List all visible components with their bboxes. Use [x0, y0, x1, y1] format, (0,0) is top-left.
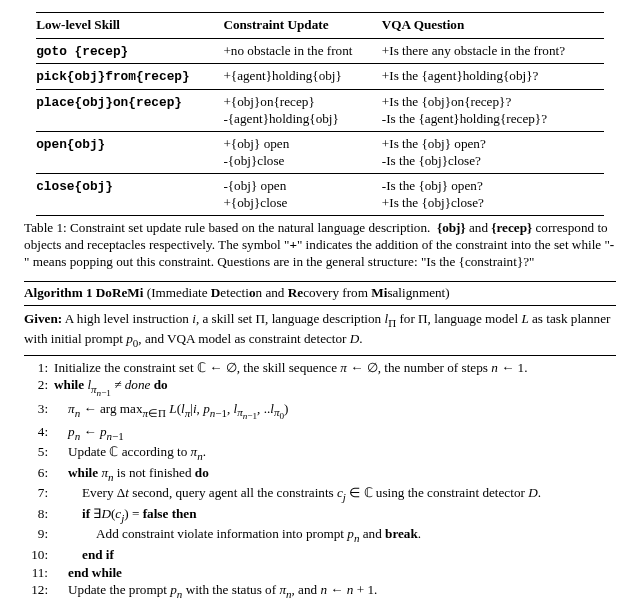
- skill-code: place{obj}on{recep}: [36, 95, 182, 110]
- algo-line: 1: Initialize the constraint set ℂ ← ∅, …: [24, 359, 616, 377]
- algorithm-given: Given: A high level instruction i, a ski…: [24, 306, 616, 356]
- given-text: A high level instruction i, a skill set …: [24, 311, 610, 346]
- caption-label: Table 1:: [24, 220, 67, 235]
- algo-line: 3: πn ← arg maxπ∈Π L(lπ|i, pn−1, lπn−1, …: [24, 400, 616, 423]
- algorithm-title: Algorithm 1 DoReMi (Immediate Detection …: [24, 281, 616, 306]
- question-cell: +Is there any obstacle in the front?: [382, 39, 604, 64]
- table-row: goto {recep} +no obstacle in the front +…: [36, 39, 604, 64]
- algo-name: DoReMi: [96, 285, 144, 300]
- update-cell: +{agent}holding{obj}: [223, 64, 381, 89]
- question-cell: +Is the {obj}on{recep}? -Is the {agent}h…: [382, 90, 604, 132]
- update-cell: +{obj} open -{obj}close: [223, 132, 381, 174]
- lineno: 3:: [24, 400, 54, 423]
- code: while lπn−1 ≠ done do: [54, 376, 168, 399]
- code: end while: [54, 564, 122, 582]
- algo-line: 11: end while: [24, 564, 616, 582]
- skill-code: close{obj}: [36, 179, 113, 194]
- code: Update the prompt pn with the status of …: [54, 581, 377, 598]
- algo-line: 5: Update ℂ according to πn.: [24, 443, 616, 463]
- algorithm-box: Algorithm 1 DoReMi (Immediate Detection …: [24, 281, 616, 598]
- caption-text: Constraint set update rule based on the …: [24, 220, 614, 269]
- algo-line: 12: Update the prompt pn with the status…: [24, 581, 616, 598]
- code: Add constraint violate information into …: [54, 525, 421, 545]
- lineno: 9:: [24, 525, 54, 545]
- update-cell: +{obj}on{recep} -{agent}holding{obj}: [223, 90, 381, 132]
- lineno: 7:: [24, 484, 54, 504]
- col-question: VQA Question: [382, 13, 604, 38]
- code: Initialize the constraint set ℂ ← ∅, the…: [54, 359, 527, 377]
- lineno: 5:: [24, 443, 54, 463]
- algo-paren: (Immediate Detection and Recovery from M…: [147, 285, 450, 300]
- lineno: 2:: [24, 376, 54, 399]
- update-cell: +no obstacle in the front: [223, 39, 381, 64]
- update-cell: -{obj} open +{obj}close: [223, 174, 381, 216]
- lineno: 6:: [24, 464, 54, 484]
- table-header-row: Low-level Skill Constraint Update VQA Qu…: [36, 13, 604, 38]
- algo-line: 7: Every Δt second, query agent all the …: [24, 484, 616, 504]
- col-skill: Low-level Skill: [36, 13, 223, 38]
- table-caption: Table 1: Constraint set update rule base…: [24, 220, 616, 271]
- lineno: 8:: [24, 505, 54, 525]
- constraint-table: Low-level Skill Constraint Update VQA Qu…: [36, 12, 604, 216]
- lineno: 11:: [24, 564, 54, 582]
- algo-line: 2: while lπn−1 ≠ done do: [24, 376, 616, 399]
- table-row: close{obj} -{obj} open +{obj}close -Is t…: [36, 174, 604, 216]
- code: πn ← arg maxπ∈Π L(lπ|i, pn−1, lπn−1, ..l…: [54, 400, 288, 423]
- table-row: pick{obj}from{recep} +{agent}holding{obj…: [36, 64, 604, 89]
- skill-code: open{obj}: [36, 137, 105, 152]
- code: Update ℂ according to πn.: [54, 443, 206, 463]
- skill-code: pick{obj}from{recep}: [36, 69, 190, 84]
- question-cell: +Is the {agent}holding{obj}?: [382, 64, 604, 89]
- algo-line: 9: Add constraint violate information in…: [24, 525, 616, 545]
- question-cell: +Is the {obj} open? -Is the {obj}close?: [382, 132, 604, 174]
- table-row: open{obj} +{obj} open -{obj}close +Is th…: [36, 132, 604, 174]
- algo-line: 6: while πn is not finished do: [24, 464, 616, 484]
- lineno: 4:: [24, 423, 54, 443]
- lineno: 1:: [24, 359, 54, 377]
- algo-line: 10: end if: [24, 546, 616, 564]
- algorithm-body: 1: Initialize the constraint set ℂ ← ∅, …: [24, 356, 616, 598]
- lineno: 10:: [24, 546, 54, 564]
- code: end if: [54, 546, 114, 564]
- algo-line: 4: pn ← pn−1: [24, 423, 616, 443]
- algo-label: Algorithm 1: [24, 285, 93, 300]
- algo-line: 8: if ∃D(cj) = false then: [24, 505, 616, 525]
- given-label: Given:: [24, 311, 62, 326]
- col-update: Constraint Update: [223, 13, 381, 38]
- code: pn ← pn−1: [54, 423, 124, 443]
- code: Every Δt second, query agent all the con…: [54, 484, 541, 504]
- code: if ∃D(cj) = false then: [54, 505, 197, 525]
- question-cell: -Is the {obj} open? +Is the {obj}close?: [382, 174, 604, 216]
- lineno: 12:: [24, 581, 54, 598]
- code: while πn is not finished do: [54, 464, 209, 484]
- table-row: place{obj}on{recep} +{obj}on{recep} -{ag…: [36, 90, 604, 132]
- skill-code: goto {recep}: [36, 44, 128, 59]
